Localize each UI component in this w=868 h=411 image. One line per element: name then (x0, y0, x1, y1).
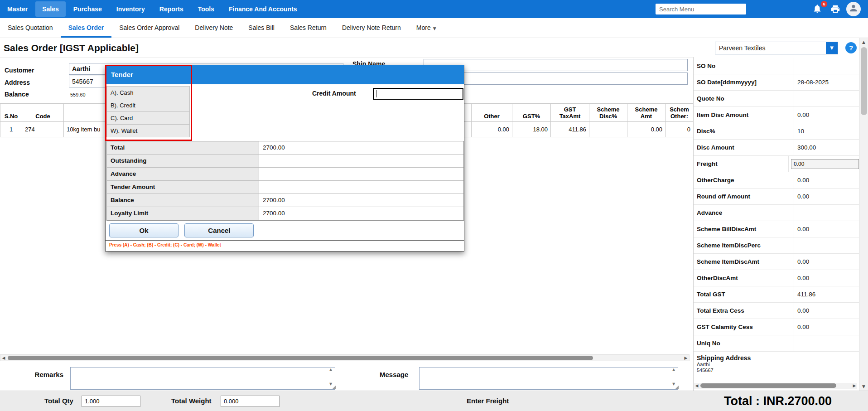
nav-item-finance-and-accounts[interactable]: Finance And Accounts (222, 1, 304, 17)
company-select[interactable]: Parveen Textiles ▼ (715, 42, 838, 54)
tab-sales-order-approval[interactable]: Sales Order Approval (111, 18, 187, 38)
tab-sales-order[interactable]: Sales Order (61, 18, 112, 38)
summary-outstanding-label: Outstanding (107, 155, 259, 167)
tender-option-card[interactable]: C). Card (106, 112, 190, 125)
message-textarea[interactable] (419, 367, 678, 390)
sidebar-scroll-left-icon[interactable]: ◀ (694, 383, 699, 389)
sidebar-row-so-no: SO No (694, 58, 859, 74)
tender-summary-table: Total2700.00 Outstanding Advance Tender … (106, 141, 464, 221)
tender-modal-title: Tender (106, 65, 464, 84)
disc-pct-value: 10 (794, 128, 859, 135)
vertical-scrollbar: ▲ ▼ (859, 38, 868, 391)
text-cursor (376, 90, 376, 97)
col-header-gst-taxamt: GST TaxAmt (551, 104, 589, 122)
disc-pct-label: Disc% (694, 123, 794, 139)
sidebar-scroll-right-icon[interactable]: ▶ (852, 383, 857, 389)
item-row-sno[interactable]: 1 (0, 122, 22, 137)
sidebar-scroll-thumb[interactable] (700, 383, 836, 388)
tender-option-cash[interactable]: A). Cash (106, 87, 190, 99)
sidebar-row-round-off: Round off Amount0.00 (694, 189, 859, 205)
tab-more[interactable]: More▼ (409, 18, 444, 38)
remarks-scroll-up-icon[interactable]: ▲ (329, 367, 332, 372)
enter-freight-label: Enter Freight (467, 391, 509, 411)
tab-delivery-note[interactable]: Delivery Note (187, 18, 241, 38)
uniq-no-label: Uniq No (694, 335, 794, 351)
summary-total-value: 2700.00 (259, 141, 463, 154)
total-weight-input[interactable] (221, 396, 280, 407)
quote-no-label: Quote No (694, 91, 794, 106)
col-header-other: Other (472, 104, 512, 122)
col-header-gst-pct: GST% (512, 104, 551, 122)
nav-item-tools[interactable]: Tools (191, 1, 221, 17)
advance-label: Advance (694, 205, 794, 221)
title-bar: Sales Order [IGST Applicable] Parveen Te… (0, 38, 868, 58)
item-row-gst-pct[interactable]: 18.00 (512, 122, 551, 137)
nav-item-purchase[interactable]: Purchase (67, 1, 109, 17)
nav-item-master[interactable]: Master (0, 1, 34, 17)
vertical-scroll-thumb[interactable] (861, 47, 867, 115)
ok-button[interactable]: Ok (109, 223, 178, 237)
nav-item-inventory[interactable]: Inventory (110, 1, 152, 17)
dropdown-arrow-icon[interactable]: ▼ (826, 42, 838, 54)
item-row-scheme-amt[interactable]: 0.00 (627, 122, 665, 137)
tab-sales-return[interactable]: Sales Return (282, 18, 334, 38)
scheme-itemdiscperc-label: Scheme ItemDiscPerc (694, 237, 794, 253)
summary-tender-amount-label: Tender Amount (107, 181, 259, 193)
scheme-itemdiscamt-label: Scheme ItemDiscAmt (694, 254, 794, 270)
sidebar-row-gst-calamity-cess: GST Calamity Cess0.00 (694, 319, 859, 335)
nav-item-reports[interactable]: Reports (153, 1, 190, 17)
help-button[interactable]: ? (845, 42, 857, 53)
disc-amount-value: 300.00 (794, 144, 859, 151)
summary-outstanding-value (259, 155, 463, 167)
horizontal-scroll-thumb[interactable] (8, 356, 593, 360)
scroll-up-icon[interactable]: ▲ (859, 39, 868, 45)
user-avatar-button[interactable] (846, 2, 861, 16)
message-scroll-up-icon[interactable]: ▲ (672, 367, 675, 372)
credit-amount-input[interactable] (373, 88, 463, 100)
freight-input[interactable] (791, 159, 859, 169)
round-off-label: Round off Amount (694, 189, 794, 204)
tab-delivery-note-return[interactable]: Delivery Note Return (334, 18, 409, 38)
summary-row-advance: Advance (107, 168, 463, 181)
grand-total: Total : INR.2700.00 (724, 391, 832, 411)
remarks-textarea[interactable] (70, 367, 335, 390)
chevron-down-icon: ▼ (433, 26, 436, 31)
print-button[interactable] (830, 4, 842, 16)
item-row-code[interactable]: 274 (22, 122, 64, 137)
item-row-schem-other[interactable]: 0 (665, 122, 694, 137)
sidebar-row-otherdiscamt: OtherDiscAmt0.00 (694, 270, 859, 286)
scroll-left-icon[interactable]: ◀ (0, 355, 7, 361)
scroll-right-icon[interactable]: ▶ (683, 355, 689, 361)
scroll-down-icon[interactable]: ▼ (859, 383, 868, 390)
so-no-label: SO No (694, 58, 794, 74)
tender-option-credit[interactable]: B). Credit (106, 99, 190, 112)
item-disc-amount-label: Item Disc Amount (694, 107, 794, 123)
sidebar-row-uniq-no: Uniq No (694, 335, 859, 352)
message-label: Message (380, 371, 408, 378)
search-menu-input[interactable] (656, 4, 746, 15)
tender-options-list: A). Cash B). Credit C). Card W). Wallet (106, 86, 190, 137)
disc-amount-label: Disc Amount (694, 140, 794, 155)
shipping-address-block: Shipping Address Aarthi 545667 (694, 352, 859, 373)
summary-row-outstanding: Outstanding (107, 155, 463, 168)
sidebar-row-other-charge: OtherCharge0.00 (694, 172, 859, 189)
nav-item-sales[interactable]: Sales (35, 1, 66, 17)
cancel-button[interactable]: Cancel (184, 223, 254, 237)
round-off-value: 0.00 (794, 193, 859, 200)
item-row-other[interactable]: 0.00 (472, 122, 512, 137)
total-qty-input[interactable] (82, 396, 140, 407)
remarks-resize-handle[interactable] (332, 386, 336, 389)
tab-sales-quotation[interactable]: Sales Quotation (0, 18, 61, 38)
summary-loyalty-limit-value: 2700.00 (259, 207, 463, 220)
notification-bell-button[interactable]: 6 (812, 3, 824, 15)
sidebar-horizontal-scrollbar: ◀ ▶ (694, 383, 857, 389)
item-row-gst-taxamt[interactable]: 411.86 (551, 122, 589, 137)
tab-sales-bill[interactable]: Sales Bill (241, 18, 282, 38)
bell-icon (812, 8, 822, 15)
notification-count-badge: 6 (821, 1, 827, 7)
tender-option-wallet[interactable]: W). Wallet (106, 125, 190, 137)
col-header-sno: S.No (0, 104, 22, 122)
so-date-label: SO Date[ddmmyyyy] (694, 74, 794, 90)
item-row-scheme-disc[interactable] (589, 122, 627, 137)
message-resize-handle[interactable] (675, 386, 679, 389)
